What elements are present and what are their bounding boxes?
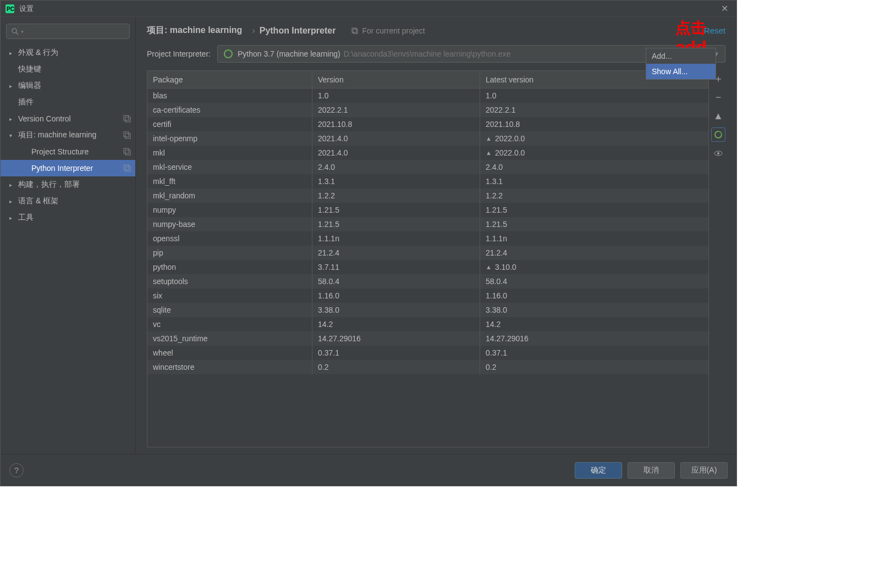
refresh-button[interactable]: [711, 127, 725, 142]
sidebar-item-label: 快捷键: [18, 64, 131, 74]
table-row[interactable]: mkl2021.4.0▲2022.0.0: [147, 146, 708, 160]
cell-version: 3.7.11: [312, 260, 480, 274]
cell-package: numpy: [147, 203, 312, 217]
table-row[interactable]: intel-openmp2021.4.0▲2022.0.0: [147, 131, 708, 146]
table-row[interactable]: mkl-service2.4.02.4.0: [147, 160, 708, 174]
table-row[interactable]: vc14.214.2: [147, 317, 708, 331]
table-body[interactable]: blas1.01.0ca-certificates2022.2.12022.2.…: [147, 88, 708, 447]
sidebar-item-8[interactable]: 构建，执行，部署: [1, 176, 135, 193]
table-header: Package Version Latest version: [147, 71, 708, 88]
table-row[interactable]: numpy1.21.51.21.5: [147, 203, 708, 217]
cell-latest: ▲3.10.0: [480, 260, 708, 274]
sidebar-item-label: 编辑器: [18, 81, 131, 91]
table-row[interactable]: python3.7.11▲3.10.0: [147, 260, 708, 274]
svg-point-2: [12, 29, 16, 33]
show-early-releases-button[interactable]: [711, 146, 725, 160]
cell-package: blas: [147, 88, 312, 103]
sidebar-item-5[interactable]: 项目: machine learning: [1, 127, 135, 143]
sidebar-item-10[interactable]: 工具: [1, 209, 135, 226]
ok-button[interactable]: 确定: [575, 462, 622, 479]
table-row[interactable]: wheel0.37.10.37.1: [147, 346, 708, 360]
cell-latest-text: 58.0.4: [486, 277, 507, 286]
cell-latest-text: 2.4.0: [486, 163, 503, 171]
cell-latest: 14.27.29016: [480, 331, 708, 346]
sidebar-item-label: 工具: [18, 213, 131, 223]
sidebar-item-4[interactable]: Version Control: [1, 110, 135, 127]
sidebar-item-3[interactable]: 插件: [1, 94, 135, 110]
sidebar-item-7[interactable]: Python Interpreter: [1, 160, 135, 176]
titlebar: PC 设置 ✕: [1, 1, 736, 17]
cell-latest-text: 21.2.4: [486, 248, 507, 257]
menu-item-show-all[interactable]: Show All...: [646, 64, 716, 79]
sidebar-item-6[interactable]: Project Structure: [1, 143, 135, 160]
table-row[interactable]: numpy-base1.21.51.21.5: [147, 217, 708, 231]
interpreter-dropdown-menu: Add... Show All...: [646, 48, 716, 80]
reset-button[interactable]: Reset: [704, 26, 725, 35]
table-row[interactable]: wincertstore0.20.2: [147, 360, 708, 374]
search-input[interactable]: ▾: [6, 24, 130, 39]
cell-latest-text: 3.38.0: [486, 306, 507, 314]
svg-rect-5: [125, 117, 130, 122]
footer: ? 确定 取消 应用(A): [1, 454, 736, 486]
table-row[interactable]: six1.16.01.16.0: [147, 289, 708, 303]
table-row[interactable]: vs2015_runtime14.27.2901614.27.29016: [147, 331, 708, 346]
cell-latest: 2022.2.1: [480, 103, 708, 117]
svg-rect-6: [124, 132, 129, 137]
table-row[interactable]: blas1.01.0: [147, 88, 708, 103]
cell-version: 2021.4.0: [312, 131, 480, 146]
cell-latest-text: 1.0: [486, 91, 496, 100]
project-badge-icon: [123, 131, 131, 139]
cell-package: mkl-service: [147, 160, 312, 174]
table-row[interactable]: certifi2021.10.82021.10.8: [147, 117, 708, 131]
apply-button[interactable]: 应用(A): [680, 462, 728, 479]
pycharm-icon: PC: [5, 4, 15, 14]
cell-latest: 0.37.1: [480, 346, 708, 360]
table-row[interactable]: mkl_fft1.3.11.3.1: [147, 174, 708, 188]
table-row[interactable]: pip21.2.421.2.4: [147, 246, 708, 260]
table-row[interactable]: ca-certificates2022.2.12022.2.1: [147, 103, 708, 117]
window-title: 设置: [19, 4, 717, 14]
cell-latest: 0.2: [480, 360, 708, 374]
cell-package: six: [147, 289, 312, 303]
expand-arrow-icon: [9, 132, 16, 138]
cell-version: 14.27.29016: [312, 331, 480, 346]
sidebar-item-label: 构建，执行，部署: [18, 180, 131, 190]
menu-item-add[interactable]: Add...: [646, 48, 716, 64]
svg-rect-8: [124, 148, 129, 153]
sidebar-item-2[interactable]: 编辑器: [1, 77, 135, 94]
cell-latest: 1.21.5: [480, 217, 708, 231]
interpreter-name: Python 3.7 (machine learning): [238, 49, 340, 58]
sidebar-item-label: 外观 & 行为: [18, 48, 131, 58]
cell-version: 2.4.0: [312, 160, 480, 174]
packages-table: Package Version Latest version blas1.01.…: [147, 70, 709, 447]
svg-rect-13: [353, 29, 358, 34]
sidebar-item-0[interactable]: 外观 & 行为: [1, 45, 135, 61]
upgrade-package-button[interactable]: ▲: [711, 109, 725, 123]
expand-arrow-icon: [9, 182, 16, 188]
svg-rect-9: [125, 150, 130, 155]
cancel-button[interactable]: 取消: [628, 462, 675, 479]
sidebar-item-1[interactable]: 快捷键: [1, 61, 135, 77]
sidebar-item-label: Python Interpreter: [31, 164, 120, 173]
cell-version: 58.0.4: [312, 274, 480, 289]
table-row[interactable]: mkl_random1.2.21.2.2: [147, 188, 708, 203]
cell-latest: 3.38.0: [480, 303, 708, 317]
sidebar-item-9[interactable]: 语言 & 框架: [1, 193, 135, 209]
cell-package: wheel: [147, 346, 312, 360]
main-panel: 项目: machine learning › Python Interprete…: [136, 17, 736, 454]
sidebar-item-label: Project Structure: [31, 147, 120, 156]
col-header-package[interactable]: Package: [147, 71, 312, 88]
refresh-icon: [714, 130, 723, 139]
sidebar-item-label: 语言 & 框架: [18, 196, 131, 206]
help-button[interactable]: ?: [9, 463, 24, 478]
col-header-version[interactable]: Version: [312, 71, 480, 88]
svg-text:PC: PC: [7, 6, 14, 12]
table-row[interactable]: openssl1.1.1n1.1.1n: [147, 231, 708, 246]
cell-version: 1.21.5: [312, 203, 480, 217]
remove-package-button[interactable]: −: [711, 90, 725, 104]
close-button[interactable]: ✕: [717, 1, 732, 16]
svg-rect-12: [352, 28, 356, 32]
table-row[interactable]: sqlite3.38.03.38.0: [147, 303, 708, 317]
breadcrumb-item-project: 项目: machine learning: [147, 25, 242, 36]
table-row[interactable]: setuptools58.0.458.0.4: [147, 274, 708, 289]
